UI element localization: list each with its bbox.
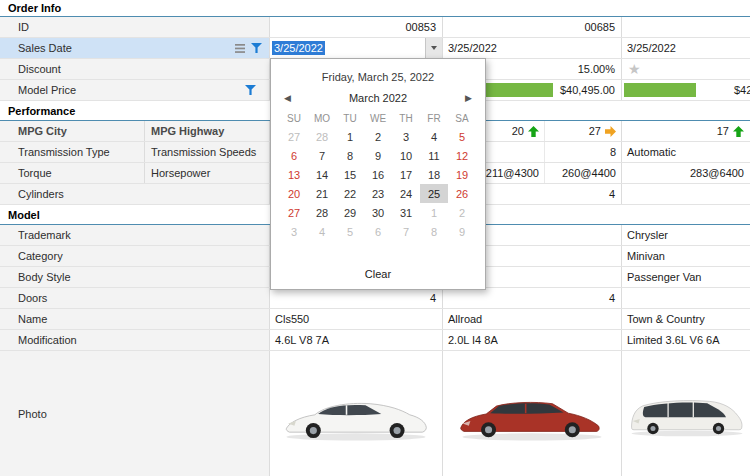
row-header-name[interactable]: Name [0,309,270,329]
cell-mpg-record3[interactable]: 17 [622,121,750,141]
calendar-day[interactable]: 13 [280,165,308,184]
calendar-day[interactable]: 30 [364,203,392,222]
calendar-day[interactable]: 27 [280,127,308,146]
category-row-order-info[interactable]: Order Info [0,0,750,17]
row-header-body-style[interactable]: Body Style [0,267,270,287]
calendar-day[interactable]: 4 [420,127,448,146]
calendar-day[interactable]: 29 [336,203,364,222]
calendar-day[interactable]: 28 [308,203,336,222]
row-header-mpg-city[interactable]: MPG City [0,121,145,141]
calendar-day[interactable]: 14 [308,165,336,184]
row-header-transmission-speeds[interactable]: Transmission Speeds [145,142,270,162]
row-header-torque[interactable]: Torque [0,163,145,183]
calendar-day[interactable]: 6 [364,222,392,241]
calendar-day[interactable]: 3 [392,127,420,146]
calendar-day[interactable]: 7 [392,222,420,241]
calendar-day[interactable]: 2 [364,127,392,146]
cell-modification-record1[interactable]: 4.6L V8 7A [270,330,443,350]
calendar-day[interactable]: 6 [280,146,308,165]
cell-id-record2[interactable]: 00685 [443,17,622,37]
calendar-day[interactable]: 5 [336,222,364,241]
cell-body-style-record3[interactable]: Passenger Van [622,267,750,287]
calendar-day-selected[interactable]: 25 [420,184,448,203]
row-header-modification[interactable]: Modification [0,330,270,350]
calendar-day[interactable]: 7 [308,146,336,165]
cell-doors-record2[interactable]: 4 [443,288,622,308]
calendar-day[interactable]: 8 [420,222,448,241]
calendar-day[interactable]: 1 [336,127,364,146]
row-header-model-price[interactable]: Model Price [0,80,270,100]
filter-funnel-icon[interactable] [245,85,256,95]
cell-photo-record2[interactable] [443,351,622,476]
calendar-day[interactable]: 24 [392,184,420,203]
cell-text: Minivan [627,250,665,262]
row-header-trademark[interactable]: Trademark [0,225,270,245]
cell-model-price-record3[interactable]: $42 [622,80,750,100]
cell-photo-record1[interactable] [270,351,443,476]
filter-funnel-icon[interactable] [251,43,262,53]
calendar-day[interactable]: 9 [448,222,476,241]
cell-torque-record3[interactable]: 283@6400 [622,163,750,183]
cell-discount-record3[interactable]: ★ [622,59,750,79]
calendar-day[interactable]: 17 [392,165,420,184]
calendar-day[interactable]: 11 [420,146,448,165]
cell-doors-record1[interactable]: 4 [270,288,443,308]
row-header-mpg-highway[interactable]: MPG Highway [145,121,270,141]
cell-doors-record3[interactable] [622,288,750,308]
calendar-month-label[interactable]: March 2022 [349,92,407,104]
row-header-transmission-type[interactable]: Transmission Type [0,142,145,162]
calendar-day[interactable]: 9 [364,146,392,165]
calendar-day[interactable]: 27 [280,203,308,222]
calendar-day[interactable]: 21 [308,184,336,203]
calendar-clear-button[interactable]: Clear [280,264,476,289]
calendar-day[interactable]: 3 [280,222,308,241]
calendar-day[interactable]: 20 [280,184,308,203]
cell-id-record3[interactable] [622,17,750,37]
cell-sales-date-record3[interactable]: 3/25/2022 [622,38,750,58]
calendar-prev-button[interactable]: ◀ [284,93,291,103]
row-header-discount[interactable]: Discount [0,59,270,79]
cell-modification-record2[interactable]: 2.0L I4 8A [443,330,622,350]
calendar-day[interactable]: 31 [392,203,420,222]
calendar-day[interactable]: 19 [448,165,476,184]
calendar-day[interactable]: 23 [364,184,392,203]
calendar-day[interactable]: 1 [420,203,448,222]
row-header-sales-date[interactable]: Sales Date [0,38,270,58]
cell-photo-record3[interactable] [622,351,750,476]
row-header-cylinders[interactable]: Cylinders [0,184,270,204]
row-header-horsepower[interactable]: Horsepower [145,163,270,183]
row-header-category[interactable]: Category [0,246,270,266]
row-header-id[interactable]: ID [0,17,270,37]
cell-id-record1[interactable]: 00853 [270,17,443,37]
cell-cylinders-record3[interactable] [622,184,750,204]
calendar-next-button[interactable]: ▶ [465,93,472,103]
calendar-day[interactable]: 18 [420,165,448,184]
cell-name-record1[interactable]: Cls550 [270,309,443,329]
dropdown-button[interactable] [425,38,442,58]
cell-modification-record3[interactable]: Limited 3.6L V6 6A [622,330,750,350]
cell-trademark-record3[interactable]: Chrysler [622,225,750,245]
cell-category-record3[interactable]: Minivan [622,246,750,266]
row-name: Name Cls550 Allroad Town & Country [0,309,750,330]
cell-name-record2[interactable]: Allroad [443,309,622,329]
cell-name-record3[interactable]: Town & Country [622,309,750,329]
calendar-day[interactable]: 12 [448,146,476,165]
row-header-doors[interactable]: Doors [0,288,270,308]
calendar-day[interactable]: 16 [364,165,392,184]
star-icon[interactable]: ★ [622,62,641,76]
cell-sales-date-record2[interactable]: 3/25/2022 [443,38,622,58]
calendar-day[interactable]: 15 [336,165,364,184]
cell-text: 211@4300 [486,167,539,179]
calendar-day[interactable]: 5 [448,127,476,146]
row-header-photo[interactable]: Photo [0,351,270,476]
calendar-day[interactable]: 2 [448,203,476,222]
filter-menu-icon[interactable] [235,44,245,53]
calendar-day[interactable]: 8 [336,146,364,165]
calendar-day[interactable]: 28 [308,127,336,146]
calendar-day[interactable]: 22 [336,184,364,203]
cell-transmission-record3[interactable]: Automatic [622,142,750,162]
calendar-day[interactable]: 10 [392,146,420,165]
calendar-day[interactable]: 4 [308,222,336,241]
calendar-day[interactable]: 26 [448,184,476,203]
sales-date-editor[interactable]: 3/25/2022 [270,38,443,58]
